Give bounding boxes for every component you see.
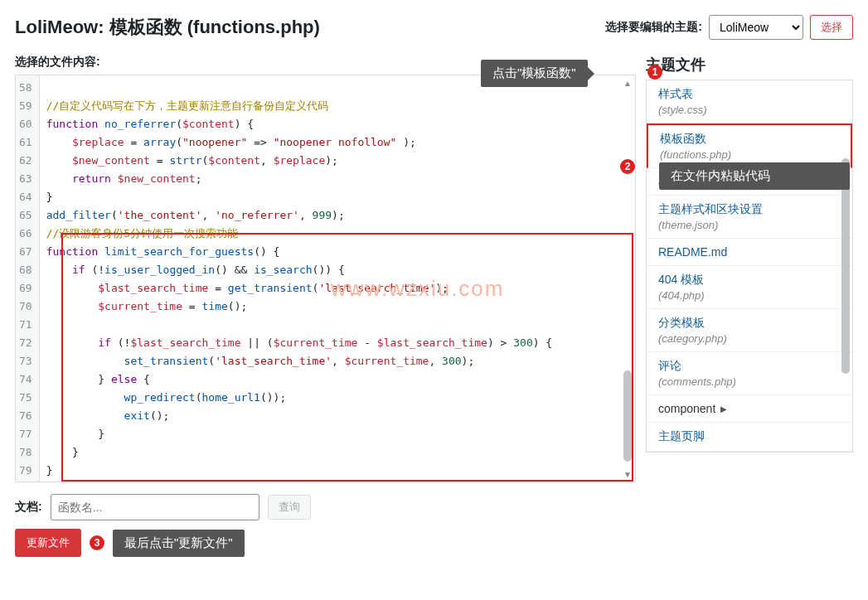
editor-scrollbar[interactable]: ▲ ▼ bbox=[622, 77, 633, 480]
scroll-up-icon[interactable]: ▲ bbox=[622, 77, 633, 89]
file-sub-label: (theme.json) bbox=[658, 219, 841, 231]
theme-file-item[interactable]: 分类模板(category.php) bbox=[647, 309, 852, 352]
line-gutter: 5859606162636465666768697071727374757677… bbox=[16, 75, 40, 481]
file-sub-label: (style.css) bbox=[658, 104, 841, 116]
file-sub-label: (404.php) bbox=[658, 289, 841, 302]
file-label: 主题样式和区块设置 bbox=[658, 202, 841, 217]
lookup-button[interactable]: 查询 bbox=[268, 495, 311, 520]
tooltip-step-2: 在文件内粘贴代码 bbox=[659, 162, 850, 190]
scroll-down-icon[interactable]: ▼ bbox=[622, 468, 633, 480]
file-label: 评论 bbox=[658, 359, 841, 374]
file-label: 404 模板 bbox=[658, 273, 841, 288]
sidebar-title: 主题文件 bbox=[646, 55, 853, 75]
file-label: 样式表 bbox=[658, 87, 841, 102]
file-label: 分类模板 bbox=[658, 316, 841, 331]
select-theme-button[interactable]: 选择 bbox=[810, 15, 853, 40]
tooltip-step-1: 点击"模板函数" bbox=[481, 60, 588, 87]
theme-selector: 选择要编辑的主题: LoliMeow 选择 bbox=[605, 15, 853, 40]
file-label: 主题页脚 bbox=[658, 429, 841, 444]
doc-label: 文档: bbox=[15, 500, 42, 515]
step-badge-3: 3 bbox=[90, 535, 104, 550]
file-label: 模板函数 bbox=[660, 132, 839, 147]
chevron-right-icon: ▶ bbox=[720, 404, 727, 414]
theme-select-label: 选择要编辑的主题: bbox=[605, 20, 702, 35]
function-name-input[interactable] bbox=[51, 494, 259, 520]
theme-file-item[interactable]: 主题样式和区块设置(theme.json) bbox=[647, 196, 852, 239]
step-badge-2: 2 bbox=[620, 159, 635, 174]
theme-file-item[interactable]: component▶ bbox=[647, 395, 852, 423]
step-badge-1: 1 bbox=[647, 65, 662, 80]
tooltip-step-3: 最后点击"更新文件" bbox=[113, 530, 245, 557]
update-file-button[interactable]: 更新文件 bbox=[15, 529, 81, 557]
theme-file-item[interactable]: 模板函数(functions.php) bbox=[647, 123, 852, 168]
theme-file-item[interactable]: 样式表(style.css) bbox=[647, 80, 852, 123]
file-tree: 样式表(style.css)模板函数(functions.php)assets▶… bbox=[646, 80, 853, 452]
theme-file-item[interactable]: 404 模板(404.php) bbox=[647, 266, 852, 309]
theme-file-item[interactable]: README.md bbox=[647, 239, 852, 266]
file-sub-label: (comments.php) bbox=[658, 375, 841, 388]
file-label: README.md bbox=[658, 245, 841, 259]
file-sub-label: (functions.php) bbox=[660, 148, 839, 161]
doc-lookup-row: 文档: 查询 bbox=[15, 494, 853, 520]
code-editor[interactable]: www.wzxiu.com 58596061626364656667686970… bbox=[15, 75, 636, 482]
code-lines[interactable]: //自定义代码写在下方，主题更新注意自行备份自定义代码function no_r… bbox=[40, 75, 635, 481]
header-row: LoliMeow: 模板函数 (functions.php) 选择要编辑的主题:… bbox=[15, 15, 853, 40]
page-title: LoliMeow: 模板函数 (functions.php) bbox=[15, 15, 320, 40]
file-sub-label: (category.php) bbox=[658, 332, 841, 345]
theme-file-item[interactable]: 主题页脚 bbox=[647, 423, 852, 452]
theme-dropdown[interactable]: LoliMeow bbox=[709, 15, 803, 40]
file-label: component bbox=[658, 402, 715, 415]
sidebar-scrollbar-thumb[interactable] bbox=[841, 158, 850, 374]
theme-file-item[interactable]: 评论(comments.php) bbox=[647, 352, 852, 395]
